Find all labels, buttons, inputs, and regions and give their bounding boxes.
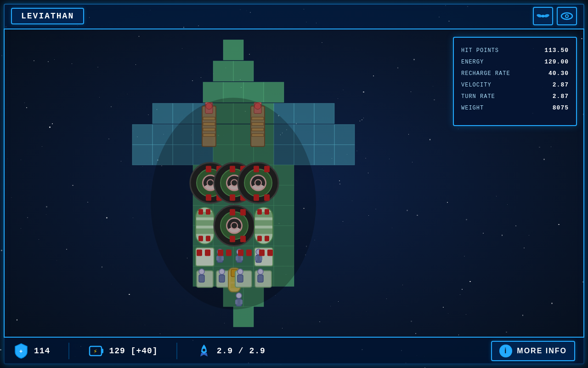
svg-text:⚡: ⚡ bbox=[94, 348, 98, 355]
header-bar: LEVIATHAN bbox=[4, 4, 584, 29]
stat-label: WEIGHT bbox=[461, 105, 484, 111]
eye-button[interactable] bbox=[557, 7, 577, 25]
hp-value: 114 bbox=[34, 346, 50, 356]
stat-label: VELOCITY bbox=[461, 82, 492, 88]
svg-rect-31 bbox=[334, 125, 355, 145]
stat-label: HIT POINTS bbox=[461, 47, 499, 54]
stat-value: 2.87 bbox=[553, 81, 569, 88]
footer-bar: + 114 ⚡ 129 [+40] 2.9 / 2.9 i M bbox=[4, 337, 584, 364]
stat-value: 40.30 bbox=[548, 70, 569, 77]
rocket-icon bbox=[196, 343, 212, 359]
stat-label: TURN RATE bbox=[461, 93, 495, 100]
velocity-value: 2.9 / 2.9 bbox=[217, 346, 266, 356]
battery-icon: ⚡ bbox=[88, 343, 104, 359]
svg-rect-20 bbox=[314, 104, 334, 124]
svg-rect-19 bbox=[294, 104, 314, 124]
more-info-label: MORE INFO bbox=[517, 347, 567, 355]
svg-rect-75 bbox=[233, 307, 254, 327]
divider-2 bbox=[176, 343, 177, 359]
svg-rect-12 bbox=[153, 104, 173, 124]
stat-row: TURN RATE2.87 bbox=[461, 93, 569, 100]
stat-value: 2.87 bbox=[553, 93, 569, 100]
more-info-button[interactable]: i MORE INFO bbox=[491, 341, 575, 361]
stats-rows: HIT POINTS113.50ENERGY129.00RECHARGE RAT… bbox=[461, 47, 569, 111]
ship-visual bbox=[105, 38, 362, 339]
stat-value: 129.00 bbox=[544, 58, 569, 65]
energy-stat: ⚡ 129 [+40] bbox=[88, 343, 158, 359]
svg-rect-42 bbox=[334, 145, 355, 165]
energy-value: 129 [+40] bbox=[109, 346, 158, 356]
stat-row: RECHARGE RATE40.30 bbox=[461, 70, 569, 77]
svg-rect-32 bbox=[132, 145, 153, 165]
stat-row: VELOCITY2.87 bbox=[461, 81, 569, 88]
velocity-stat: 2.9 / 2.9 bbox=[196, 343, 266, 359]
ship-title: LEVIATHAN bbox=[11, 8, 84, 24]
header-controls bbox=[533, 7, 577, 25]
svg-rect-6 bbox=[213, 61, 233, 81]
svg-text:+: + bbox=[19, 349, 23, 355]
stats-panel: HIT POINTS113.50ENERGY129.00RECHARGE RAT… bbox=[453, 37, 577, 126]
stat-value: 8075 bbox=[553, 104, 569, 111]
stat-value: 113.50 bbox=[544, 47, 569, 54]
svg-rect-184 bbox=[102, 349, 103, 353]
info-icon: i bbox=[499, 345, 512, 357]
ship-display-area bbox=[4, 29, 463, 336]
hp-stat: + 114 bbox=[13, 343, 50, 359]
wings-button[interactable] bbox=[533, 7, 553, 25]
svg-rect-41 bbox=[314, 145, 334, 165]
svg-rect-11 bbox=[264, 82, 284, 103]
svg-rect-30 bbox=[314, 125, 334, 145]
stat-row: HIT POINTS113.50 bbox=[461, 47, 569, 54]
stat-label: ENERGY bbox=[461, 59, 484, 65]
svg-point-181 bbox=[151, 98, 316, 310]
shield-icon: + bbox=[13, 343, 29, 359]
stat-label: RECHARGE RATE bbox=[461, 70, 510, 77]
svg-rect-5 bbox=[223, 40, 243, 60]
svg-point-0 bbox=[542, 15, 544, 17]
svg-point-3 bbox=[566, 15, 568, 17]
stat-row: WEIGHT8075 bbox=[461, 104, 569, 111]
divider-1 bbox=[68, 343, 69, 359]
stat-row: ENERGY129.00 bbox=[461, 58, 569, 65]
svg-rect-21 bbox=[132, 125, 153, 145]
svg-rect-7 bbox=[233, 61, 254, 81]
svg-point-186 bbox=[203, 349, 205, 351]
